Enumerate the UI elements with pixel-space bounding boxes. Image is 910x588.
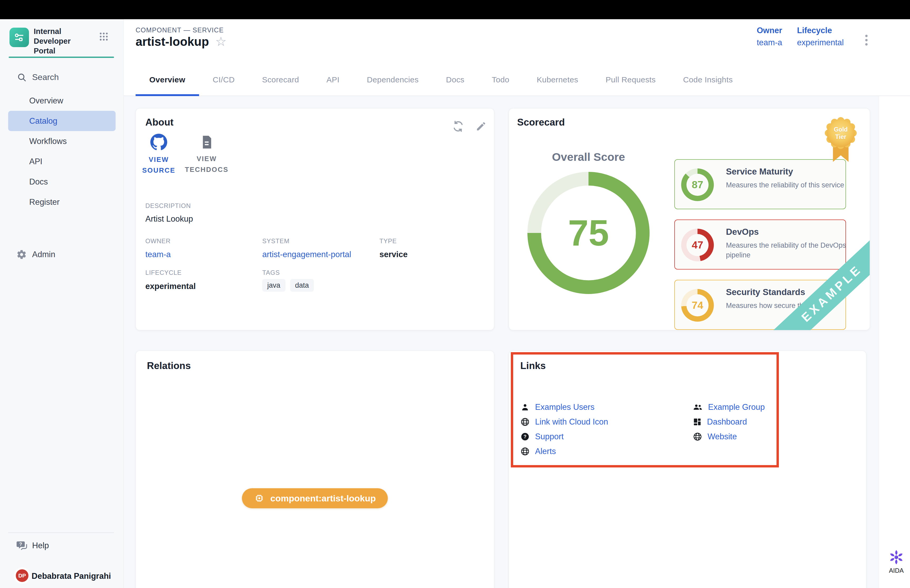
tab-code-insights[interactable]: Code Insights (669, 65, 747, 95)
tab-pull-requests[interactable]: Pull Requests (592, 65, 669, 95)
sidebar-item-label: API (29, 157, 42, 166)
lifecycle-label: Lifecycle (797, 26, 844, 35)
scorecard-card: Scorecard Overall Score 75 87 Service Ma… (509, 108, 870, 330)
dashboard-icon (693, 417, 702, 426)
svg-text:?: ? (19, 542, 22, 547)
refresh-icon (452, 120, 464, 132)
lifecycle-field-label: LIFECYCLE (145, 269, 182, 276)
sidebar-item-register[interactable]: Register (8, 192, 116, 212)
score-item-devops[interactable]: 47 DevOps Measures the reliability of th… (674, 220, 846, 270)
sidebar-item-admin[interactable]: Admin (0, 246, 124, 263)
badge-line1: Gold (821, 126, 860, 133)
owner-field-label: OWNER (145, 237, 171, 245)
score-item-title: Security Standards (726, 287, 805, 297)
score-value: 47 (687, 234, 709, 256)
link-support[interactable]: ? Support (520, 431, 564, 442)
entity-header: COMPONENT — SERVICE artist-lookup ☆ Owne… (124, 19, 910, 65)
right-gutter (879, 96, 910, 588)
badge-line2: Tier (821, 133, 860, 141)
user-menu[interactable]: DP Debabrata Panigrahi (0, 567, 124, 586)
entity-kind-breadcrumb: COMPONENT — SERVICE (136, 26, 224, 34)
tag-chip-data[interactable]: data (290, 279, 314, 292)
globe-icon (520, 447, 530, 456)
apps-grid-icon[interactable] (99, 31, 109, 42)
admin-label: Admin (32, 250, 55, 259)
sidebar-item-overview[interactable]: Overview (8, 90, 116, 111)
link-example-group[interactable]: Example Group (693, 402, 765, 412)
relations-title: Relations (147, 360, 191, 372)
search-label: Search (32, 73, 59, 82)
link-dashboard[interactable]: Dashboard (693, 417, 747, 427)
header-lifecycle: Lifecycle experimental (797, 26, 844, 47)
link-label: Examples Users (535, 402, 595, 412)
relation-node-label: component:artist-lookup (270, 493, 376, 504)
tab-scorecard[interactable]: Scorecard (248, 65, 312, 95)
system-field-label: SYSTEM (262, 237, 289, 245)
user-name: Debabrata Panigrahi (32, 572, 111, 581)
view-techdocs-line2: TECHDOCS (184, 164, 229, 175)
aida-assistant-button[interactable]: AIDA (887, 549, 906, 574)
tags-row: java data (262, 279, 314, 292)
description-label: DESCRIPTION (145, 202, 191, 210)
person-icon (520, 402, 530, 412)
top-black-bar (0, 0, 910, 19)
owner-field-link[interactable]: team-a (145, 250, 171, 259)
view-source-button[interactable]: VIEW SOURCE (136, 134, 181, 176)
tab-api[interactable]: API (313, 65, 353, 95)
link-alerts[interactable]: Alerts (520, 446, 556, 457)
system-field-link[interactable]: artist-engagement-portal (262, 250, 351, 259)
sidebar-accent-rule (9, 57, 114, 58)
link-website[interactable]: Website (693, 431, 737, 442)
tab-docs[interactable]: Docs (432, 65, 478, 95)
relation-node-chip[interactable]: component:artist-lookup (242, 488, 388, 508)
sidebar-item-search[interactable]: Search (0, 68, 124, 87)
link-label: Alerts (535, 447, 556, 456)
tab-dependencies[interactable]: Dependencies (353, 65, 432, 95)
view-source-line1: VIEW (136, 154, 181, 165)
sidebar-item-catalog[interactable]: Catalog (8, 111, 116, 131)
link-cloud[interactable]: Link with Cloud Icon (520, 417, 608, 427)
tab-kubernetes[interactable]: Kubernetes (523, 65, 592, 95)
sidebar-item-api[interactable]: API (8, 151, 116, 171)
links-title: Links (520, 360, 546, 372)
svg-text:?: ? (524, 434, 527, 439)
relations-card: Relations component:artist-lookup (136, 351, 494, 588)
about-card: About VIEW SOURCE (136, 108, 494, 330)
link-label: Website (708, 432, 737, 441)
tab-todo[interactable]: Todo (478, 65, 523, 95)
entity-tabs: Overview CI/CD Scorecard API Dependencie… (124, 65, 910, 96)
app-logo[interactable] (10, 27, 29, 47)
aida-flower-icon (888, 549, 905, 565)
score-value: 74 (687, 294, 709, 317)
sidebar-item-help[interactable]: ? Help (0, 538, 124, 554)
sidebar-item-workflows[interactable]: Workflows (8, 131, 116, 151)
sidebar-item-label: Catalog (29, 116, 57, 126)
help-circle-icon: ? (520, 432, 530, 441)
tab-cicd[interactable]: CI/CD (199, 65, 249, 95)
app-title: Internal Developer Portal (34, 27, 91, 56)
score-item-title: DevOps (726, 227, 759, 237)
score-item-title: Service Maturity (726, 166, 793, 177)
sidebar-item-label: Workflows (29, 137, 66, 146)
score-value: 87 (687, 174, 709, 196)
score-item-service-maturity[interactable]: 87 Service Maturity Measures the reliabi… (674, 159, 846, 209)
edit-button[interactable] (474, 119, 488, 134)
view-techdocs-line1: VIEW (184, 153, 229, 164)
link-examples-users[interactable]: Examples Users (520, 402, 595, 412)
owner-value-link[interactable]: team-a (757, 38, 782, 47)
refresh-button[interactable] (451, 119, 466, 134)
overall-score-label: Overall Score (527, 150, 650, 163)
kebab-menu-icon[interactable] (861, 33, 871, 51)
tab-overview[interactable]: Overview (136, 65, 199, 95)
owner-label: Owner (757, 26, 782, 35)
header-owner: Owner team-a (757, 26, 782, 47)
overall-score-gauge: 75 (527, 172, 650, 294)
favorite-star-icon[interactable]: ☆ (215, 35, 227, 48)
view-techdocs-button[interactable]: VIEW TECHDOCS (184, 134, 229, 175)
sidebar-item-docs[interactable]: Docs (8, 171, 116, 192)
sidebar-item-label: Docs (29, 177, 48, 187)
gold-tier-badge: Gold Tier (821, 115, 860, 163)
score-ring: 74 (681, 289, 714, 321)
sidebar: Internal Developer Portal Search Overvie… (0, 19, 124, 588)
tag-chip-java[interactable]: java (262, 279, 285, 292)
